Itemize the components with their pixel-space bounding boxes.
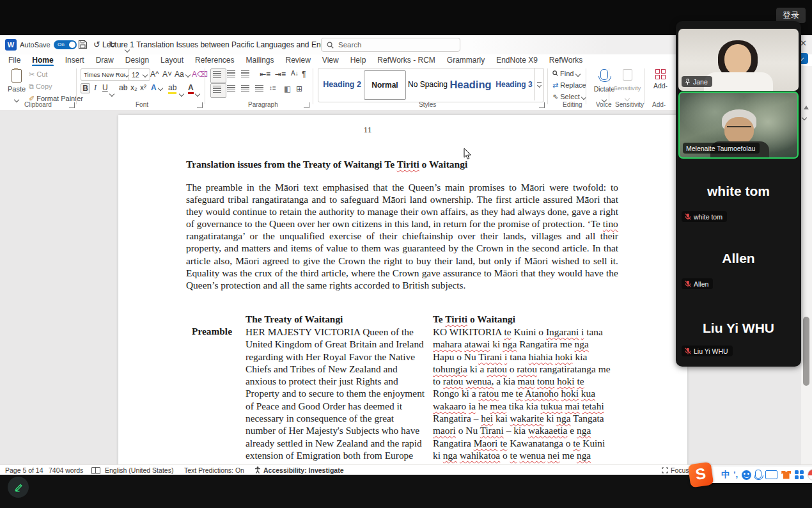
style-nospacing[interactable]: No Spacing (409, 68, 446, 100)
italic-icon[interactable]: I (94, 83, 97, 93)
pilcrow-icon[interactable]: ¶ (302, 70, 306, 79)
accessibility-status[interactable]: Accessibility: Investigate (263, 466, 343, 474)
skin-shirt-icon[interactable] (781, 471, 791, 479)
clear-formatting-icon[interactable]: A⌫ (192, 70, 208, 79)
text-effects-icon[interactable]: A (151, 83, 162, 92)
video-tile-melenaite[interactable]: Melenaite Taumoefolau (678, 91, 799, 159)
style-heading2[interactable]: Heading 2 (322, 68, 362, 100)
video-tile-jane[interactable]: Jane (678, 29, 799, 91)
align-right-icon[interactable] (241, 85, 249, 92)
ribbon-tab-file[interactable]: File (3, 56, 26, 65)
borders-icon[interactable]: ⊞ (296, 84, 302, 93)
audio-tile-liu-yi-whu[interactable]: Liu Yi WHU Liu Yi WHU (678, 294, 799, 360)
bold-icon[interactable]: B (81, 83, 90, 93)
font-dialog-launcher[interactable] (197, 102, 203, 108)
chinese-mode-icon[interactable]: 中 (721, 470, 730, 480)
highlight-color-icon[interactable]: ab (168, 83, 176, 94)
style-normal[interactable]: Normal (364, 70, 406, 100)
font-color-chevron-icon[interactable] (196, 87, 199, 99)
ribbon-tab-grammarly[interactable]: Grammarly (441, 56, 490, 65)
toolbox-grid-icon[interactable] (795, 470, 804, 479)
audio-tile-allen[interactable]: Allen Allen (678, 226, 799, 293)
shrink-font-icon[interactable]: A˅ (162, 70, 172, 79)
superscript-icon[interactable]: x² (140, 83, 146, 92)
clipboard-group-label: Clipboard (24, 101, 52, 108)
highlight-chevron-icon[interactable] (180, 87, 183, 99)
copy-button[interactable]: ⧉ Copy (29, 83, 52, 91)
subscript-icon[interactable]: x₂ (130, 83, 137, 92)
language-status[interactable]: English (United States) (105, 466, 173, 474)
font-family-select[interactable]: Times New Roman (81, 68, 132, 81)
audio-tile-white-tom[interactable]: white tom white tom (678, 159, 799, 226)
sogou-logo[interactable]: S (688, 462, 714, 488)
shading-icon[interactable]: ◧ (284, 84, 291, 93)
ribbon-tab-endnote-x9[interactable]: EndNote X9 (490, 56, 543, 65)
undo-icon[interactable]: ↺ (93, 40, 100, 50)
focus-button[interactable]: Focus (662, 466, 689, 474)
paragraph-dialog-launcher[interactable] (304, 102, 309, 108)
document-page[interactable]: 11 Translation issues from the Treaty of… (118, 115, 687, 464)
ribbon-collapse-icon[interactable] (802, 111, 806, 122)
line-spacing-icon[interactable]: ↕≡ (269, 84, 276, 91)
select-button[interactable]: ⇖ Select (552, 93, 586, 101)
font-size-select[interactable]: 12 (129, 68, 150, 81)
ribbon-tab-references[interactable]: References (189, 56, 240, 65)
sort-icon[interactable]: A↓ (291, 70, 299, 77)
increase-indent-icon[interactable]: ⇥≡ (275, 70, 286, 79)
ribbon-tab-view[interactable]: View (316, 56, 345, 65)
style-heading3[interactable]: Heading 3 (496, 68, 533, 100)
ribbon-tab-review[interactable]: Review (280, 56, 316, 65)
paste-button[interactable]: Paste (7, 69, 26, 104)
ribbon-tab-mailings[interactable]: Mailings (240, 56, 279, 65)
style-heading[interactable]: Heading (449, 68, 492, 100)
styles-dialog-launcher[interactable] (539, 102, 545, 108)
ribbon-tab-draw[interactable]: Draw (90, 56, 120, 65)
emoji-icon[interactable] (742, 470, 751, 480)
soft-keyboard-icon[interactable] (765, 470, 777, 479)
style-gallery-more-icon[interactable] (534, 68, 543, 100)
save-icon[interactable] (78, 40, 88, 52)
cut-button[interactable]: ✂ Cut (29, 70, 47, 79)
punctuation-icon[interactable]: ’, (733, 470, 738, 480)
ribbon-tab-layout[interactable]: Layout (155, 56, 189, 65)
font-color-icon[interactable]: A (188, 83, 194, 94)
sensitivity-button[interactable]: Sensitivity (613, 69, 642, 103)
autosave-toggle[interactable]: On (54, 40, 77, 49)
ribbon-tab-help[interactable]: Help (345, 56, 372, 65)
vertical-scrollbar[interactable] (801, 66, 812, 464)
replace-button[interactable]: ⇄ Replace (552, 81, 586, 90)
numbering-icon[interactable] (227, 70, 235, 77)
decrease-indent-icon[interactable]: ⇤≡ (260, 70, 270, 79)
ribbon-tab-refworks-rcm[interactable]: RefWorks - RCM (371, 56, 441, 65)
grow-font-icon[interactable]: A^ (150, 70, 159, 79)
ribbon-tab-design[interactable]: Design (120, 56, 155, 65)
scroll-up-icon[interactable] (804, 106, 809, 109)
ribbon-tab-refworks[interactable]: RefWorks (543, 56, 588, 65)
scrollbar-thumb[interactable] (803, 317, 809, 386)
word-app-icon[interactable]: W (5, 39, 17, 51)
underline-chevron-icon[interactable] (110, 87, 114, 99)
multilevel-list-icon[interactable] (241, 70, 249, 77)
page-info[interactable]: Page 5 of 14 (5, 466, 43, 474)
change-case-icon[interactable]: Aa (175, 70, 190, 79)
assistant-panda-icon[interactable] (808, 469, 812, 480)
find-button[interactable]: Find (552, 70, 580, 77)
bullets-icon[interactable] (210, 68, 226, 83)
search-input[interactable]: Search (321, 38, 460, 52)
addins-button[interactable]: Add- (650, 69, 671, 90)
voice-input-icon[interactable] (755, 470, 761, 479)
clipboard-dialog-launcher[interactable] (69, 102, 75, 108)
replace-icon: ⇄ (552, 81, 558, 89)
word-count[interactable]: 7404 words (49, 466, 83, 474)
strikethrough-icon[interactable]: ab (119, 83, 127, 92)
text-predictions-status[interactable]: Text Predictions: On (184, 466, 244, 474)
justify-icon[interactable] (255, 85, 263, 92)
annotate-pencil-button[interactable] (8, 477, 29, 498)
align-center-icon[interactable] (227, 85, 235, 92)
align-left-icon[interactable] (210, 83, 226, 98)
ribbon-tab-home[interactable]: Home (26, 56, 59, 65)
font-group-label: Font (136, 101, 148, 108)
underline-icon[interactable]: U (102, 83, 108, 92)
proofing-icon[interactable] (91, 467, 100, 474)
ribbon-tab-insert[interactable]: Insert (59, 56, 90, 65)
